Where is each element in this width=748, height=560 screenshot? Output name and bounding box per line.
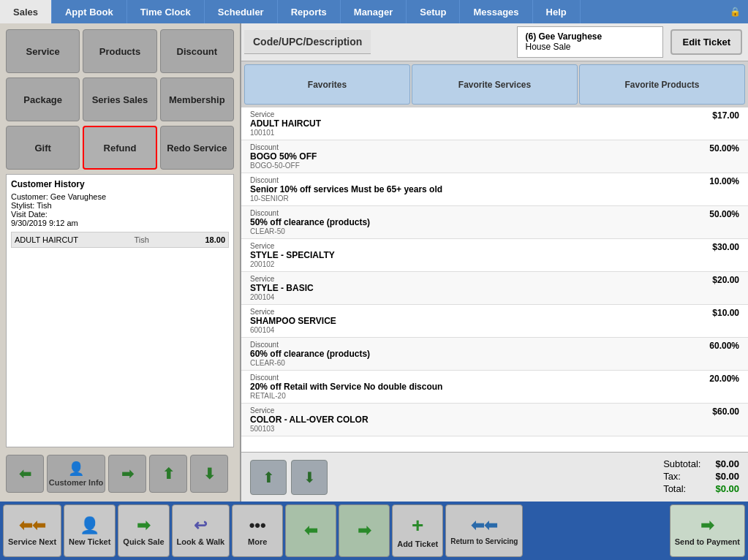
package-button[interactable]: Package — [6, 77, 80, 121]
favorite-products-button[interactable]: Favorite Products — [579, 64, 745, 105]
totals-section: ⬆ ⬇ Subtotal: $0.00 Tax: $0.00 Total: $0… — [241, 452, 748, 502]
item-info: Discount Senior 10% off services Must be… — [250, 176, 703, 203]
more-button[interactable]: ••• More — [232, 504, 283, 557]
tax-line: Tax: $0.00 — [663, 471, 739, 482]
list-item[interactable]: Discount 50% off clearance (products) CL… — [241, 206, 748, 239]
redo-service-button[interactable]: Redo Service — [160, 126, 234, 170]
service-next-label: Service Next — [8, 537, 56, 546]
new-ticket-button[interactable]: 👤 New Ticket — [64, 504, 116, 557]
tax-label: Tax: — [663, 471, 681, 482]
quick-sale-button[interactable]: ➡ Quick Sale — [118, 504, 169, 557]
scroll-up-button[interactable]: ⬆ — [250, 460, 287, 495]
item-name: 60% off clearance (products) — [250, 349, 703, 359]
category-buttons-row3: Gift Refund Redo Service — [6, 126, 234, 170]
customer-info-button[interactable]: 👤 Customer Info — [47, 455, 105, 493]
item-code: 500103 — [250, 425, 706, 433]
item-type: Discount — [250, 374, 703, 382]
nav-reports[interactable]: Reports — [278, 0, 341, 23]
nav-setup[interactable]: Setup — [407, 0, 460, 23]
list-item[interactable]: Discount 60% off clearance (products) CL… — [241, 338, 748, 371]
discount-button[interactable]: Discount — [160, 29, 234, 73]
gift-button[interactable]: Gift — [6, 126, 80, 170]
right-arrow-icon: ➡ — [121, 465, 134, 483]
toolbar-arrow-right-button[interactable]: ➡ — [339, 504, 390, 557]
series-sales-button[interactable]: Series Sales — [83, 77, 156, 121]
history-item[interactable]: ADULT HAIRCUT Tish 18.00 — [11, 232, 229, 248]
service-next-icon: ⬅⬅ — [19, 516, 45, 535]
look-walk-icon: ↩ — [194, 516, 207, 535]
code-upc-header: Code/UPC/Description — [244, 30, 371, 54]
subtotal-value: $0.00 — [715, 458, 739, 469]
nav-up-button[interactable]: ⬆ — [149, 455, 187, 493]
item-info: Discount 20% off Retail with Service No … — [250, 374, 703, 400]
membership-button[interactable]: Membership — [160, 77, 234, 121]
totals-display: Subtotal: $0.00 Tax: $0.00 Total: $0.00 — [663, 458, 739, 496]
item-name: SHAMPOO SERVICE — [250, 316, 706, 326]
item-price: 20.00% — [709, 374, 739, 384]
service-button[interactable]: Service — [6, 29, 80, 73]
item-price: $10.00 — [712, 308, 739, 318]
nav-right-button[interactable]: ➡ — [108, 455, 146, 493]
favorite-services-button[interactable]: Favorite Services — [412, 64, 578, 105]
nav-manager[interactable]: Manager — [341, 0, 407, 23]
history-item-name: ADULT HAIRCUT — [15, 235, 78, 244]
item-code: 100101 — [250, 129, 706, 137]
list-item[interactable]: Discount BOGO 50% OFF BOGO-50-OFF 50.00% — [241, 140, 748, 173]
add-ticket-button[interactable]: + Add Ticket — [392, 504, 443, 557]
service-next-button[interactable]: ⬅⬅ Service Next — [3, 504, 61, 557]
customer-name: Customer: Gee Varughese — [11, 192, 229, 201]
list-item[interactable]: Service ADULT HAIRCUT 100101 $17.00 — [241, 107, 748, 140]
left-nav-row: ⬅ 👤 Customer Info ➡ ⬆ ⬇ — [6, 452, 234, 496]
customer-stylist: Stylist: Tish — [11, 201, 229, 210]
nav-timeclock[interactable]: Time Clock — [127, 0, 205, 23]
subtotal-line: Subtotal: $0.00 — [663, 458, 739, 469]
item-type: Service — [250, 242, 706, 250]
left-panel: Service Products Discount Package Series… — [0, 23, 241, 502]
item-type: Service — [250, 275, 706, 283]
nav-left-button[interactable]: ⬅ — [6, 455, 44, 493]
return-servicing-icon: ⬅⬅ — [471, 516, 497, 535]
item-code: 600104 — [250, 326, 706, 334]
item-name: COLOR - ALL-OVER COLOR — [250, 415, 706, 425]
look-walk-button[interactable]: ↩ Look & Walk — [172, 504, 230, 557]
list-item[interactable]: Discount 20% off Retail with Service No … — [241, 371, 748, 404]
list-item[interactable]: Service STYLE - BASIC 200104 $20.00 — [241, 272, 748, 305]
nav-apptbook[interactable]: Appt Book — [52, 0, 127, 23]
person-icon: 👤 — [68, 461, 84, 477]
toolbar-right-arrow-icon: ➡ — [358, 521, 371, 540]
look-walk-label: Look & Walk — [177, 537, 225, 546]
nav-down-button[interactable]: ⬇ — [190, 455, 228, 493]
nav-scheduler[interactable]: Scheduler — [205, 0, 278, 23]
item-type: Discount — [250, 176, 703, 184]
list-item[interactable]: Discount Senior 10% off services Must be… — [241, 173, 748, 206]
scroll-down-button[interactable]: ⬇ — [291, 460, 328, 495]
item-name: STYLE - SPECIALTY — [250, 250, 706, 260]
refund-button[interactable]: Refund — [83, 126, 156, 170]
item-code: 200104 — [250, 293, 706, 301]
send-to-payment-button[interactable]: ➡ Send to Payment — [670, 504, 745, 557]
favorites-button[interactable]: Favorites — [244, 64, 410, 105]
list-item[interactable]: Service COLOR - ALL-OVER COLOR 500103 $6… — [241, 404, 748, 436]
products-button[interactable]: Products — [83, 29, 156, 73]
edit-ticket-button[interactable]: Edit Ticket — [670, 29, 742, 55]
nav-sales[interactable]: Sales — [0, 0, 52, 23]
right-panel: Code/UPC/Description (6) Gee Varughese H… — [241, 23, 748, 502]
subtotal-label: Subtotal: — [663, 458, 700, 469]
list-item[interactable]: Service STYLE - SPECIALTY 200102 $30.00 — [241, 239, 748, 272]
top-navigation: Sales Appt Book Time Clock Scheduler Rep… — [0, 0, 748, 23]
item-info: Service SHAMPOO SERVICE 600104 — [250, 308, 706, 334]
nav-messages[interactable]: Messages — [460, 0, 532, 23]
main-area: Service Products Discount Package Series… — [0, 23, 748, 502]
list-item[interactable]: Service SHAMPOO SERVICE 600104 $10.00 — [241, 305, 748, 338]
category-buttons-row2: Package Series Sales Membership — [6, 77, 234, 121]
quick-sale-label: Quick Sale — [123, 537, 164, 546]
toolbar-arrow-left-button[interactable]: ⬅ — [285, 504, 336, 557]
item-price: 50.00% — [709, 209, 739, 219]
nav-help[interactable]: Help — [533, 0, 581, 23]
item-name: STYLE - BASIC — [250, 283, 706, 293]
return-servicing-button[interactable]: ⬅⬅ Return to Servicing — [445, 504, 523, 557]
down-arrow-icon: ⬇ — [203, 465, 216, 483]
up-arrow-icon: ⬆ — [162, 465, 175, 483]
lock-icon[interactable]: 🔒 — [722, 0, 748, 23]
item-type: Discount — [250, 143, 703, 151]
